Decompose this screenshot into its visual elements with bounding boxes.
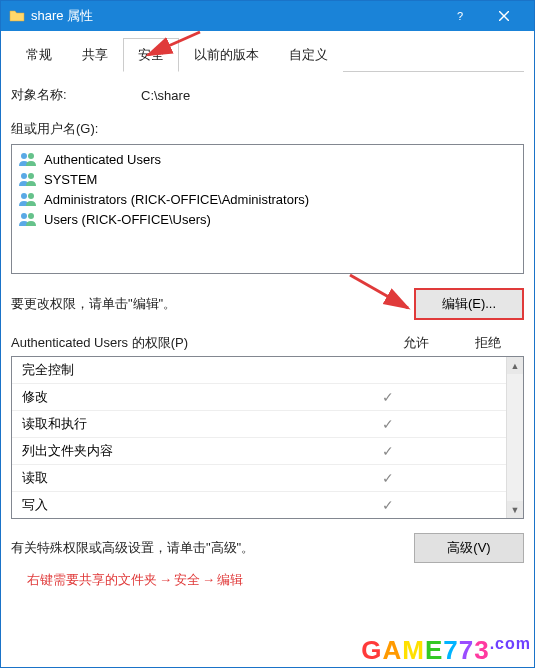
users-icon: [18, 191, 38, 207]
advanced-button[interactable]: 高级(V): [414, 533, 524, 563]
tab-bar: 常规共享安全以前的版本自定义: [11, 37, 524, 72]
groups-label: 组或用户名(G):: [11, 120, 524, 138]
svg-point-3: [21, 153, 27, 159]
permission-name: 列出文件夹内容: [22, 442, 352, 460]
permission-row: 写入✓: [12, 491, 506, 518]
edit-button[interactable]: 编辑(E)...: [414, 288, 524, 320]
list-item[interactable]: SYSTEM: [14, 169, 521, 189]
tab-1[interactable]: 共享: [67, 38, 123, 72]
list-item-label: Administrators (RICK-OFFICE\Administrato…: [44, 192, 309, 207]
svg-point-8: [28, 193, 34, 199]
users-icon: [18, 171, 38, 187]
folder-icon: [9, 8, 25, 24]
svg-point-4: [28, 153, 34, 159]
permission-row: 列出文件夹内容✓: [12, 437, 506, 464]
titlebar: share 属性 ?: [1, 1, 534, 31]
list-item-label: SYSTEM: [44, 172, 97, 187]
close-button[interactable]: [482, 2, 526, 30]
permission-row: 读取和执行✓: [12, 410, 506, 437]
scroll-up-icon[interactable]: ▲: [507, 357, 523, 374]
svg-point-5: [21, 173, 27, 179]
tab-2[interactable]: 安全: [123, 38, 179, 72]
permissions-listbox[interactable]: 完全控制修改✓读取和执行✓列出文件夹内容✓读取✓写入✓ ▲ ▼: [11, 356, 524, 519]
permission-allow-mark: ✓: [352, 443, 424, 459]
permission-name: 写入: [22, 496, 352, 514]
deny-column-header: 拒绝: [452, 334, 524, 352]
users-icon: [18, 151, 38, 167]
scroll-down-icon[interactable]: ▼: [507, 501, 523, 518]
list-item[interactable]: Administrators (RICK-OFFICE\Administrato…: [14, 189, 521, 209]
permission-allow-mark: ✓: [352, 416, 424, 432]
permission-allow-mark: ✓: [352, 389, 424, 405]
list-item-label: Authenticated Users: [44, 152, 161, 167]
permission-name: 完全控制: [22, 361, 352, 379]
window-title: share 属性: [31, 7, 438, 25]
permission-name: 读取和执行: [22, 415, 352, 433]
annotation-footnote: 右键需要共享的文件夹→安全→编辑: [11, 571, 524, 589]
svg-point-6: [28, 173, 34, 179]
list-item[interactable]: Authenticated Users: [14, 149, 521, 169]
object-name-value: C:\share: [141, 88, 524, 103]
svg-text:?: ?: [457, 10, 463, 22]
tab-3[interactable]: 以前的版本: [179, 38, 274, 72]
permission-name: 修改: [22, 388, 352, 406]
permission-allow-mark: ✓: [352, 497, 424, 513]
edit-hint-text: 要更改权限，请单击"编辑"。: [11, 295, 414, 313]
permissions-header: Authenticated Users 的权限(P): [11, 334, 380, 352]
permission-row: 修改✓: [12, 383, 506, 410]
allow-column-header: 允许: [380, 334, 452, 352]
scrollbar[interactable]: ▲ ▼: [506, 357, 523, 518]
list-item[interactable]: Users (RICK-OFFICE\Users): [14, 209, 521, 229]
tab-0[interactable]: 常规: [11, 38, 67, 72]
users-icon: [18, 211, 38, 227]
permission-name: 读取: [22, 469, 352, 487]
svg-point-9: [21, 213, 27, 219]
permission-row: 完全控制: [12, 357, 506, 383]
permission-allow-mark: ✓: [352, 470, 424, 486]
tab-4[interactable]: 自定义: [274, 38, 343, 72]
groups-listbox[interactable]: Authenticated UsersSYSTEMAdministrators …: [11, 144, 524, 274]
permission-row: 读取✓: [12, 464, 506, 491]
object-name-label: 对象名称:: [11, 86, 141, 104]
list-item-label: Users (RICK-OFFICE\Users): [44, 212, 211, 227]
help-button[interactable]: ?: [438, 2, 482, 30]
svg-point-10: [28, 213, 34, 219]
advanced-hint-text: 有关特殊权限或高级设置，请单击"高级"。: [11, 539, 414, 557]
svg-point-7: [21, 193, 27, 199]
